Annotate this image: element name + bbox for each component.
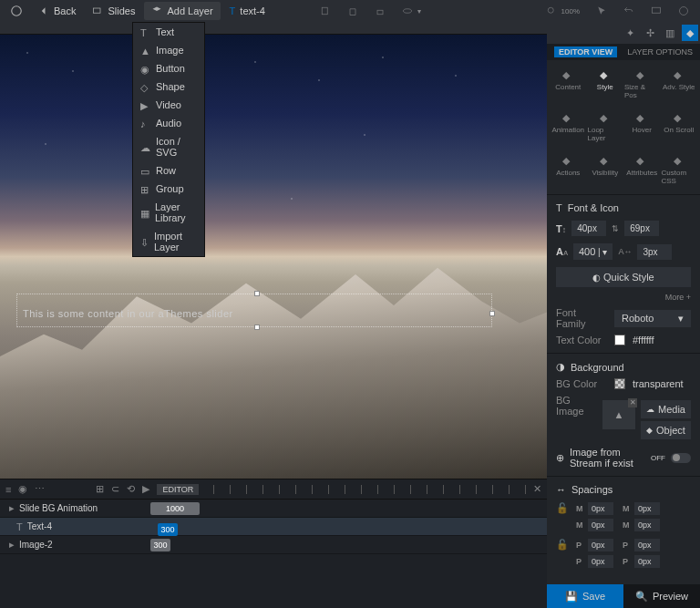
timeline-row[interactable]: ▸Image-2300 (0, 536, 547, 554)
delete-icon[interactable] (340, 2, 365, 20)
bgimage-thumb[interactable]: ▲✕ (602, 400, 635, 429)
tab-style[interactable]: ◆Style (588, 66, 623, 103)
tl-editor-button[interactable]: EDITOR (157, 484, 199, 495)
bgcolor-swatch[interactable] (614, 378, 625, 389)
tl-grid-icon[interactable]: ⊞ (96, 483, 104, 495)
tab-hover[interactable]: ◆Hover (624, 108, 660, 146)
spacing-input[interactable]: 0px (588, 539, 613, 551)
lock-icon[interactable] (367, 2, 393, 20)
tab-onscroll[interactable]: ◆On Scroll (662, 108, 697, 146)
tab-customcss[interactable]: ◆Custom CSS (662, 151, 697, 189)
media-button[interactable]: ☁ Media (641, 400, 691, 418)
sidebar: ✦ ✢ ▥ ◆ EDITOR VIEW LAYER OPTIONS ◆Conte… (547, 22, 700, 608)
tab-advstyle[interactable]: ◆Adv. Style (662, 66, 697, 103)
undo-icon[interactable] (616, 2, 642, 20)
tab-content[interactable]: ◆Content (551, 66, 586, 103)
zoom[interactable]: 100% (539, 2, 587, 20)
textcolor-value: #ffffff (633, 335, 654, 345)
letterspacing-input[interactable]: 3px (637, 244, 672, 260)
tl-magnet-icon[interactable]: ⊂ (111, 483, 119, 495)
copy-icon[interactable] (313, 2, 338, 20)
layers-icon[interactable]: ◆ (682, 25, 698, 41)
more-button[interactable]: More + (556, 293, 691, 302)
wp-logo[interactable] (4, 2, 29, 20)
tab-animation[interactable]: ◆Animation (551, 108, 586, 146)
tl-play-icon[interactable]: ▶ (142, 483, 149, 495)
remove-bg-icon[interactable]: ✕ (628, 398, 637, 407)
nav-icon[interactable]: ✢ (642, 25, 658, 41)
editor-view-badge: EDITOR VIEW (554, 46, 617, 57)
globe-icon: ⊕ (556, 452, 564, 464)
tab-attributes[interactable]: ◆Attributes (624, 151, 660, 189)
margin-lock-icon[interactable]: 🔓 (556, 502, 567, 531)
timeline-row[interactable]: ▸Slide BG Animation1000 (0, 500, 547, 518)
spacing-input[interactable]: 0px (634, 502, 660, 515)
dd-icon[interactable]: ☁Icon / SVG (133, 132, 204, 161)
tl-layers-icon[interactable]: ≡ (5, 484, 11, 495)
desktop-icon[interactable] (643, 2, 669, 20)
slides-button[interactable]: Slides (85, 2, 142, 20)
spacing-input[interactable]: 0px (588, 502, 613, 515)
panel-icon[interactable]: ▥ (662, 25, 678, 41)
dd-audio[interactable]: ♪Audio (133, 114, 204, 132)
stage[interactable]: This is some content in our aThemes slid… (0, 35, 547, 479)
dd-shape[interactable]: ◇Shape (133, 77, 204, 96)
dd-button[interactable]: ◉Button (133, 59, 204, 77)
dd-image[interactable]: ▲Image (133, 41, 204, 59)
tl-close-icon[interactable]: ✕ (533, 483, 541, 495)
selected-layer[interactable]: Ttext-4 (222, 2, 273, 20)
spacings-icon: ↔ (556, 484, 566, 495)
tab-actions[interactable]: ◆Actions (551, 151, 586, 189)
font-icon-title: Font & Icon (568, 202, 619, 213)
fontfamily-select[interactable]: Roboto▾ (614, 310, 691, 327)
spacing-icon: A↔ (618, 247, 632, 256)
tab-visibility[interactable]: ◆Visibility (588, 151, 623, 189)
object-button[interactable]: ◆ Object (641, 421, 691, 439)
save-button[interactable]: 💾 Save (547, 584, 623, 608)
padding-lock-icon[interactable]: 🔓 (556, 539, 567, 568)
text-layer[interactable]: This is some content in our aThemes slid… (16, 294, 492, 327)
gear-icon[interactable]: ✦ (622, 25, 638, 41)
weight-input[interactable]: 400 | ▾ (573, 243, 613, 260)
topbar: Back Slides Add Layer Ttext-4 ▾ 100% (0, 0, 700, 22)
spacings-title: Spacings (571, 484, 612, 495)
spacing-input[interactable]: 0px (634, 539, 660, 551)
tl-eye-icon[interactable]: ◉ (18, 483, 27, 495)
textcolor-swatch[interactable] (614, 335, 625, 345)
visibility-icon[interactable]: ▾ (395, 2, 428, 20)
spacing-input[interactable]: 0px (634, 555, 660, 568)
background-title: Background (571, 362, 624, 373)
help-icon[interactable] (671, 2, 696, 20)
bgcolor-value: transparent (633, 378, 684, 389)
dd-text[interactable]: TText (133, 23, 204, 41)
dd-video[interactable]: ▶Video (133, 96, 204, 114)
dd-library[interactable]: ▦Layer Library (133, 198, 204, 227)
preview-button[interactable]: 🔍 Preview (623, 584, 700, 608)
svg-rect-6 (653, 7, 661, 13)
bgimage-label: BG Image (556, 395, 595, 417)
svg-rect-3 (377, 10, 383, 15)
lineheight-input[interactable]: 69px (624, 221, 659, 236)
dd-import[interactable]: ⇩Import Layer (133, 227, 204, 256)
fontfamily-label: Font Family (556, 307, 607, 329)
stream-toggle[interactable] (671, 453, 691, 463)
text-content: This is some content in our aThemes slid… (23, 308, 233, 319)
tl-loop-icon[interactable]: ⟲ (127, 483, 135, 495)
tab-looplayer[interactable]: ◆Loop Layer (588, 108, 623, 146)
canvas-area: This is some content in our aThemes slid… (0, 22, 547, 608)
back-button[interactable]: Back (31, 2, 83, 20)
dd-row[interactable]: ▭Row (133, 161, 204, 180)
quick-style-button[interactable]: ◐ Quick Style (556, 267, 691, 287)
timeline-row[interactable]: TText-4300 (0, 518, 547, 536)
fontsize-input[interactable]: 40px (571, 221, 606, 236)
textcolor-label: Text Color (556, 335, 607, 345)
tl-more-icon[interactable]: ⋯ (35, 483, 45, 495)
tab-sizepos[interactable]: ◆Size & Pos (624, 66, 660, 103)
add-layer-button[interactable]: Add Layer (144, 2, 220, 20)
dd-group[interactable]: ⊞Group (133, 180, 204, 198)
spacing-input[interactable]: 0px (588, 519, 613, 531)
svg-rect-1 (94, 8, 101, 13)
spacing-input[interactable]: 0px (634, 519, 660, 531)
spacing-input[interactable]: 0px (588, 555, 613, 568)
cursor-icon[interactable] (589, 2, 614, 20)
